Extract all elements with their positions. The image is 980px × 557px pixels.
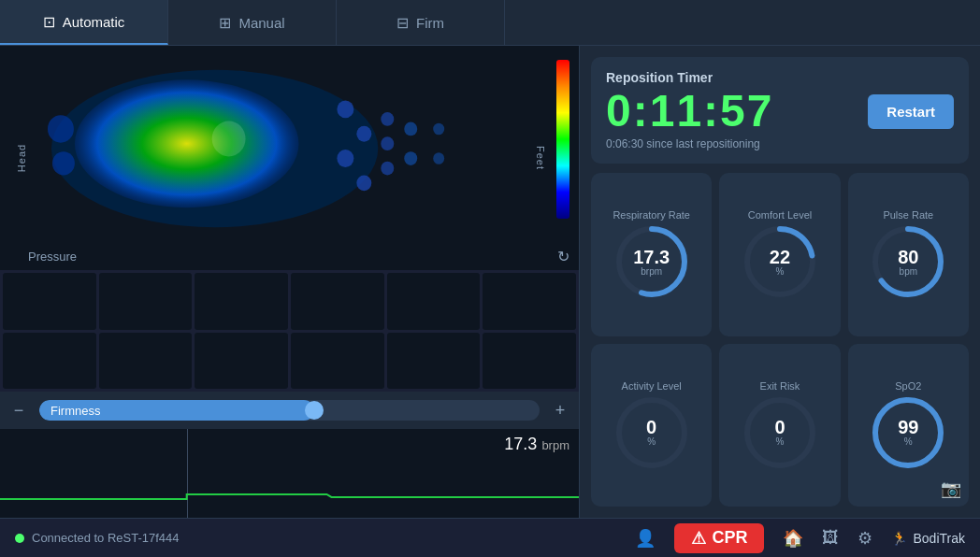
svg-point-1 [75,79,299,207]
tab-automatic[interactable]: ⊡ Automatic [0,0,168,45]
vital-value-container-activity-level: 0 % [614,395,689,470]
reposition-main-row: 0:11:57 Restart [606,89,954,134]
cell-7 [3,333,96,390]
svg-point-5 [356,126,371,142]
tab-automatic-label: Automatic [63,14,125,30]
tab-firm-label: Firm [416,15,444,31]
vital-value-container-exit-risk: 0 % [742,395,817,470]
user-icon[interactable]: 👤 [635,528,656,549]
camera-icon[interactable]: 📷 [941,478,961,499]
svg-point-8 [381,112,394,126]
right-panel: Reposition Timer 0:11:57 Restart 0:06:30… [580,46,980,518]
vital-label-exit-risk: Exit Risk [760,380,800,392]
vital-value-container-comfort-level: 22 % [742,224,817,299]
waveform-container: 17.3 brpm [0,429,579,518]
vital-value-spo2: 99 [898,418,918,436]
home-icon[interactable]: 🏠 [783,528,803,549]
image-icon[interactable]: 🖼 [822,528,839,548]
left-panel: Head Feet [0,46,580,518]
vital-unit-exit-risk: % [776,436,785,447]
vital-unit-respiratory-rate: brpm [641,266,662,277]
vital-label-activity-level: Activity Level [622,380,682,392]
status-right: 👤 ⚠ CPR 🏠 🖼 ⚙ 🏃 BodiTrak [635,523,965,553]
tab-bar: ⊡ Automatic ⊞ Manual ⊟ Firm [0,0,980,46]
vital-unit-pulse-rate: bpm [900,266,917,277]
timer-display: 0:11:57 [606,89,773,134]
connection-dot [15,534,24,543]
vital-value-respiratory-rate: 17.3 [633,248,670,266]
vital-card-respiratory-rate: Respiratory Rate 17.3 brpm [591,173,712,336]
svg-point-4 [337,100,353,118]
vital-unit-comfort-level: % [776,266,785,277]
svg-point-13 [433,123,444,136]
vital-value-container-respiratory-rate: 17.3 brpm [614,224,689,299]
colorbar [556,60,569,219]
cell-6 [483,273,576,330]
svg-point-9 [381,136,394,150]
firmness-plus-button[interactable]: + [549,401,571,421]
cpr-badge[interactable]: ⚠ CPR [674,523,764,553]
svg-point-11 [404,122,417,136]
cell-11 [387,333,481,390]
cells-grid [0,270,579,392]
svg-point-12 [404,151,417,165]
status-bar: Connected to ReST-17f444 👤 ⚠ CPR 🏠 🖼 ⚙ 🏃… [0,518,980,557]
firmness-track[interactable]: Firmness [39,400,540,421]
vital-value-comfort-level: 22 [770,248,790,266]
pressure-bottom-bar: Pressure ↻ [0,242,579,270]
automatic-icon: ⊡ [43,13,55,31]
cell-3 [195,273,288,330]
vital-value-pulse-rate: 80 [898,248,918,266]
vital-label-pulse-rate: Pulse Rate [883,209,933,221]
cell-1 [3,273,96,330]
svg-point-15 [212,121,246,157]
boditrak-label: BodiTrak [913,531,965,546]
waveform-svg [0,462,579,518]
vital-circle-spo2: 99 % [871,395,945,470]
reposition-title: Reposition Timer [606,70,954,85]
cpr-label: CPR [712,528,747,548]
vital-card-spo2: SpO2 99 % 📷 [848,344,969,507]
boditrak-logo: 🏃 BodiTrak [891,531,965,546]
vital-unit-activity-level: % [647,436,656,447]
feet-label: Feet [535,146,546,170]
firmness-thumb[interactable] [305,401,324,420]
vital-value-activity-level: 0 [646,418,656,436]
vital-unit-spo2: % [904,436,913,447]
vital-card-activity-level: Activity Level 0 % [591,344,712,507]
vital-label-comfort-level: Comfort Level [748,209,812,221]
status-left: Connected to ReST-17f444 [15,531,180,545]
tab-manual[interactable]: ⊞ Manual [168,0,337,45]
vital-value-container-spo2: 99 % [871,395,945,470]
reposition-card: Reposition Timer 0:11:57 Restart 0:06:30… [591,57,969,164]
cell-12 [483,333,576,390]
restart-button[interactable]: Restart [868,94,954,129]
waveform-value: 17.3 brpm [504,435,569,454]
vital-label-spo2: SpO2 [895,380,921,392]
vital-card-pulse-rate: Pulse Rate 80 bpm [848,173,969,336]
svg-point-14 [433,152,444,164]
vital-circle-activity-level: 0 % [614,395,689,470]
gear-icon[interactable]: ⚙ [858,528,872,549]
vital-card-comfort-level: Comfort Level 22 % [719,173,840,336]
manual-icon: ⊞ [219,14,231,32]
connection-text: Connected to ReST-17f444 [32,531,180,545]
vital-circle-pulse-rate: 80 bpm [871,224,945,299]
pressure-map-svg [28,55,532,242]
refresh-icon[interactable]: ↻ [557,248,569,265]
cell-10 [291,333,384,390]
cpr-warning-icon: ⚠ [691,528,706,549]
cell-9 [195,333,288,390]
vital-circle-comfort-level: 22 % [742,224,817,299]
pressure-map-container: Head Feet [0,46,579,270]
tab-firm[interactable]: ⊟ Firm [337,0,505,45]
svg-point-10 [381,162,394,176]
svg-point-2 [48,115,74,142]
vital-value-container-pulse-rate: 80 bpm [871,224,945,299]
firmness-minus-button[interactable]: − [7,401,30,421]
firmness-label: Firmness [50,404,100,418]
cell-2 [99,273,193,330]
cell-5 [387,273,481,330]
cell-4 [291,273,384,330]
boditrak-icon: 🏃 [891,531,907,546]
